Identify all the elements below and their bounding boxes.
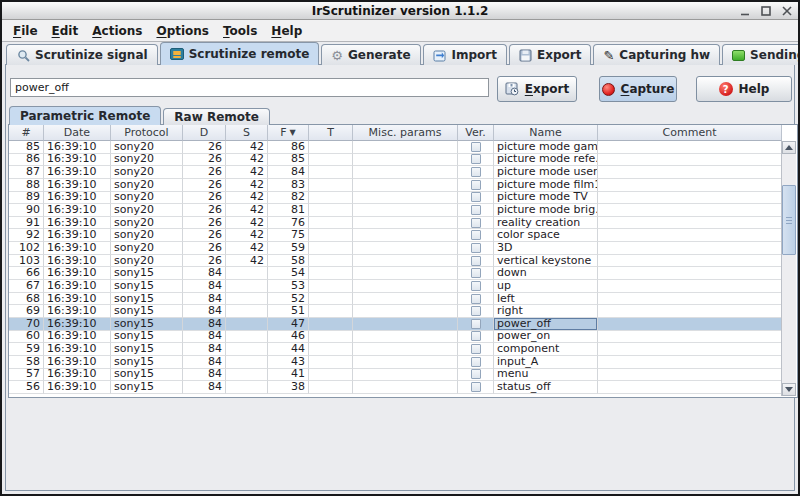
verified-checkbox[interactable] (471, 331, 481, 341)
verified-checkbox[interactable] (471, 167, 481, 177)
table-row[interactable]: 60 16:39:10 sony15 84 46 power_on (9, 331, 782, 344)
col-header-s[interactable]: S (226, 125, 268, 141)
verified-checkbox[interactable] (471, 192, 481, 202)
cell-ver (458, 318, 494, 331)
verified-checkbox[interactable] (471, 344, 481, 354)
verified-checkbox[interactable] (471, 357, 481, 367)
verified-checkbox[interactable] (471, 205, 481, 215)
table-row[interactable]: 90 16:39:10 sony20 26 42 81 picture mode… (9, 204, 782, 217)
help-button[interactable]: Help (696, 76, 792, 102)
col-header-misc[interactable]: Misc. params (353, 125, 458, 141)
table-row[interactable]: 103 16:39:10 sony20 26 42 58 vertical ke… (9, 255, 782, 268)
table-row[interactable]: 67 16:39:10 sony15 84 53 up (9, 280, 782, 293)
table-row[interactable]: 91 16:39:10 sony20 26 42 76 reality crea… (9, 217, 782, 230)
verified-checkbox[interactable] (471, 369, 481, 379)
verified-checkbox[interactable] (471, 268, 481, 278)
maximize-icon[interactable] (758, 3, 773, 18)
scroll-down-icon[interactable] (782, 383, 796, 396)
cell-date: 16:39:10 (44, 381, 111, 394)
table-row[interactable]: 88 16:39:10 sony20 26 42 83 picture mode… (9, 179, 782, 192)
tab-sending-hw[interactable]: Sending hw (722, 44, 800, 65)
tab-scrutinize-signal[interactable]: Scrutinize signal (6, 44, 158, 65)
table-row[interactable]: 102 16:39:10 sony20 26 42 59 3D (9, 242, 782, 255)
export-button[interactable]: Export (497, 76, 577, 102)
verified-checkbox[interactable] (471, 142, 481, 152)
tab-parametric-remote[interactable]: Parametric Remote (9, 106, 161, 125)
menu-tools[interactable]: Tools (217, 22, 263, 40)
close-icon[interactable] (779, 3, 794, 18)
cell-ver (458, 179, 494, 192)
cell-protocol: sony20 (111, 242, 183, 255)
capture-button[interactable]: Capture (599, 76, 677, 102)
table-row[interactable]: 87 16:39:10 sony20 26 42 84 picture mode… (9, 166, 782, 179)
cell-protocol: sony15 (111, 305, 183, 318)
tab-generate[interactable]: ⚙ Generate (321, 44, 420, 65)
remote-sub-tab-strip: Parametric Remote Raw Remote (9, 106, 272, 125)
cell-ver (458, 305, 494, 318)
table-row[interactable]: 66 16:39:10 sony15 84 54 down (9, 267, 782, 280)
cell-comment (598, 179, 782, 192)
cell-f: 81 (268, 204, 309, 217)
col-header-name[interactable]: Name (494, 125, 598, 141)
cell-name: down (494, 267, 598, 280)
tab-import[interactable]: Import (423, 44, 507, 65)
verified-checkbox[interactable] (471, 180, 481, 190)
cell-ver (458, 229, 494, 242)
verified-checkbox[interactable] (471, 319, 481, 329)
menu-actions[interactable]: Actions (86, 22, 148, 40)
cell-name: picture mode refe... (494, 154, 598, 167)
tab-capturing-hw[interactable]: ✎ Capturing hw (593, 44, 720, 65)
cell-s (226, 293, 268, 306)
table-row[interactable]: 89 16:39:10 sony20 26 42 82 picture mode… (9, 192, 782, 205)
vertical-scrollbar[interactable] (781, 141, 796, 396)
menu-options[interactable]: Options (150, 22, 215, 40)
minimize-icon[interactable] (737, 3, 752, 18)
verified-checkbox[interactable] (471, 154, 481, 164)
menu-help[interactable]: Help (265, 22, 308, 40)
verified-checkbox[interactable] (471, 243, 481, 253)
command-name-input[interactable] (10, 78, 489, 97)
scrollbar-thumb[interactable] (782, 185, 796, 255)
col-header-comment[interactable]: Comment (598, 125, 782, 141)
verified-checkbox[interactable] (471, 230, 481, 240)
tab-export[interactable]: Export (509, 44, 591, 65)
table-row[interactable]: 92 16:39:10 sony20 26 42 75 color space (9, 229, 782, 242)
col-header-t[interactable]: T (309, 125, 353, 141)
menu-file[interactable]: File (7, 22, 44, 40)
table-row[interactable]: 56 16:39:10 sony15 84 38 status_off (9, 381, 782, 394)
verified-checkbox[interactable] (471, 281, 481, 291)
tab-scrutinize-remote[interactable]: Scrutinize remote (160, 42, 320, 65)
cell-f: 41 (268, 369, 309, 382)
title-bar[interactable]: IrScrutinizer version 1.1.2 (2, 2, 798, 20)
cell-f: 47 (268, 318, 309, 331)
cell-t (309, 381, 353, 394)
table-row[interactable]: 68 16:39:10 sony15 84 52 left (9, 293, 782, 306)
col-header-ver[interactable]: Ver. (458, 125, 494, 141)
table-row[interactable]: 85 16:39:10 sony20 26 42 86 picture mode… (9, 141, 782, 154)
table-row[interactable]: 57 16:39:10 sony15 84 41 menu (9, 369, 782, 382)
col-header-f[interactable]: F ▼ (268, 125, 309, 141)
verified-checkbox[interactable] (471, 218, 481, 228)
table-row[interactable]: 69 16:39:10 sony15 84 51 right (9, 305, 782, 318)
col-header-protocol[interactable]: Protocol (111, 125, 183, 141)
cell-protocol: sony20 (111, 255, 183, 268)
table-row[interactable]: 59 16:39:10 sony15 84 44 component (9, 343, 782, 356)
verified-checkbox[interactable] (471, 382, 481, 392)
col-header-date[interactable]: Date (44, 125, 111, 141)
cell-num: 60 (9, 331, 44, 344)
col-header-num[interactable]: # (9, 125, 44, 141)
cell-d: 84 (183, 381, 226, 394)
verified-checkbox[interactable] (471, 294, 481, 304)
tab-raw-remote[interactable]: Raw Remote (163, 108, 270, 125)
verified-checkbox[interactable] (471, 256, 481, 266)
col-header-d[interactable]: D (183, 125, 226, 141)
cell-f: 83 (268, 179, 309, 192)
table-row[interactable]: 58 16:39:10 sony15 84 43 input_A (9, 356, 782, 369)
menu-edit[interactable]: Edit (46, 22, 85, 40)
table-row[interactable]: 70 16:39:10 sony15 84 47 power_off (9, 318, 782, 331)
verified-checkbox[interactable] (471, 306, 481, 316)
scroll-up-icon[interactable] (782, 141, 796, 154)
cell-name: left (494, 293, 598, 306)
subtab-label: Parametric Remote (20, 109, 150, 123)
table-row[interactable]: 86 16:39:10 sony20 26 42 85 picture mode… (9, 154, 782, 167)
